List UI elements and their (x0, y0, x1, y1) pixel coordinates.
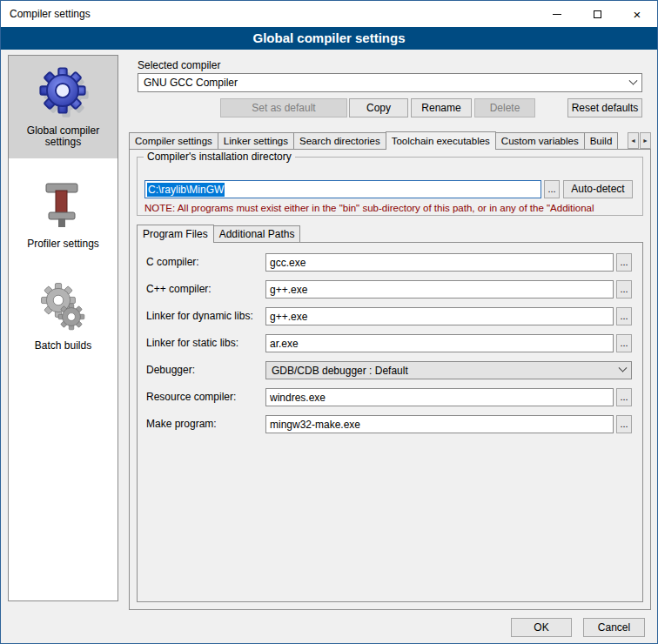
sidebar-item-profiler-settings[interactable]: Profiler settings (9, 158, 118, 260)
dialog-banner: Global compiler settings (1, 27, 657, 50)
linker-dynamic-label: Linker for dynamic libs: (146, 307, 253, 325)
ok-button[interactable]: OK (511, 618, 572, 637)
batch-builds-gears-icon (36, 279, 91, 335)
window-title: Compiler settings (10, 8, 91, 20)
rename-button[interactable]: Rename (411, 98, 472, 117)
sidebar-item-global-compiler-settings[interactable]: Global compiler settings (9, 56, 118, 158)
cpp-compiler-input[interactable] (265, 280, 614, 299)
resource-compiler-input[interactable] (265, 388, 614, 406)
category-list: Global compiler settings Profiler settin… (8, 55, 118, 601)
sidebar-item-label: Batch builds (35, 340, 91, 352)
profiler-tool-icon (36, 178, 91, 233)
linker-static-label: Linker for static libs: (146, 334, 238, 352)
tab-build[interactable]: Build (584, 132, 619, 150)
copy-button[interactable]: Copy (349, 98, 408, 117)
install-dir-selected-text: C:\raylib\MinGW (147, 183, 225, 197)
linker-dynamic-browse-button[interactable]: ... (616, 307, 632, 325)
debugger-label: Debugger: (146, 361, 195, 379)
delete-button: Delete (474, 98, 535, 117)
auto-detect-button[interactable]: Auto-detect (563, 180, 633, 198)
chevron-down-icon (629, 76, 638, 84)
c-compiler-input[interactable] (265, 253, 614, 272)
linker-dynamic-input[interactable] (265, 307, 614, 325)
compiler-settings-dialog: { "window": { "title": "Compiler setting… (0, 0, 658, 644)
title-bar[interactable]: Compiler settings × (1, 1, 657, 27)
linker-static-browse-button[interactable]: ... (616, 334, 632, 352)
selected-compiler-label: Selected compiler (138, 57, 220, 75)
c-compiler-browse-button[interactable]: ... (616, 253, 632, 272)
maximize-button[interactable] (577, 1, 617, 27)
make-program-label: Make program: (146, 415, 217, 433)
cancel-button[interactable]: Cancel (583, 618, 645, 637)
tab-strip: Compiler settings Linker settings Search… (129, 131, 625, 150)
cpp-compiler-label: C++ compiler: (146, 280, 212, 299)
program-files-panel: C compiler: ... C++ compiler: ... Linker… (137, 242, 643, 602)
c-compiler-label: C compiler: (146, 253, 199, 272)
selected-compiler-combobox[interactable]: GNU GCC Compiler (138, 73, 642, 92)
sidebar-item-batch-builds[interactable]: Batch builds (9, 260, 118, 362)
window-controls: × (537, 1, 657, 27)
global-compiler-gear-icon (36, 64, 91, 120)
resource-compiler-label: Resource compiler: (146, 388, 236, 406)
minimize-button[interactable] (537, 1, 577, 27)
make-program-browse-button[interactable]: ... (616, 415, 632, 433)
chevron-down-icon (619, 364, 628, 372)
minimize-icon (553, 14, 561, 15)
make-program-input[interactable] (265, 415, 614, 433)
debugger-combobox[interactable]: GDB/CDB debugger : Default (265, 361, 632, 379)
sidebar-item-label: Profiler settings (27, 238, 99, 250)
debugger-value: GDB/CDB debugger : Default (272, 365, 408, 377)
resource-compiler-browse-button[interactable]: ... (616, 388, 632, 406)
tab-linker-settings[interactable]: Linker settings (218, 132, 294, 150)
maximize-icon (594, 10, 601, 18)
reset-defaults-button[interactable]: Reset defaults (567, 98, 642, 117)
install-dir-browse-button[interactable]: ... (544, 180, 560, 198)
tab-search-directories[interactable]: Search directories (293, 132, 386, 150)
tab-compiler-settings[interactable]: Compiler settings (129, 132, 218, 150)
selected-compiler-value: GNU GCC Compiler (144, 77, 238, 89)
scroll-left-icon: ◄ (630, 138, 636, 144)
subtab-additional-paths[interactable]: Additional Paths (213, 225, 301, 243)
linker-static-input[interactable] (265, 334, 614, 352)
tab-scroll-left-button[interactable]: ◄ (628, 132, 639, 149)
tab-scroll-right-button[interactable]: ► (640, 132, 651, 149)
close-button[interactable]: × (617, 1, 657, 27)
installation-directory-group: Compiler's installation directory C:\ray… (137, 157, 643, 216)
tab-toolchain-executables[interactable]: Toolchain executables (386, 131, 496, 150)
subtab-program-files[interactable]: Program Files (137, 225, 214, 243)
set-as-default-button: Set as default (220, 98, 347, 117)
installation-directory-group-title: Compiler's installation directory (144, 151, 295, 163)
scroll-right-icon: ► (642, 138, 648, 144)
sub-tab-strip: Program Files Additional Paths (137, 225, 485, 243)
close-icon: × (634, 8, 641, 21)
note-text: NOTE: All programs must exist either in … (144, 203, 641, 213)
sidebar-item-label: Global compiler settings (10, 125, 116, 148)
install-dir-input[interactable]: C:\raylib\MinGW (144, 180, 541, 198)
tab-custom-variables[interactable]: Custom variables (495, 132, 585, 150)
cpp-compiler-browse-button[interactable]: ... (616, 280, 632, 299)
